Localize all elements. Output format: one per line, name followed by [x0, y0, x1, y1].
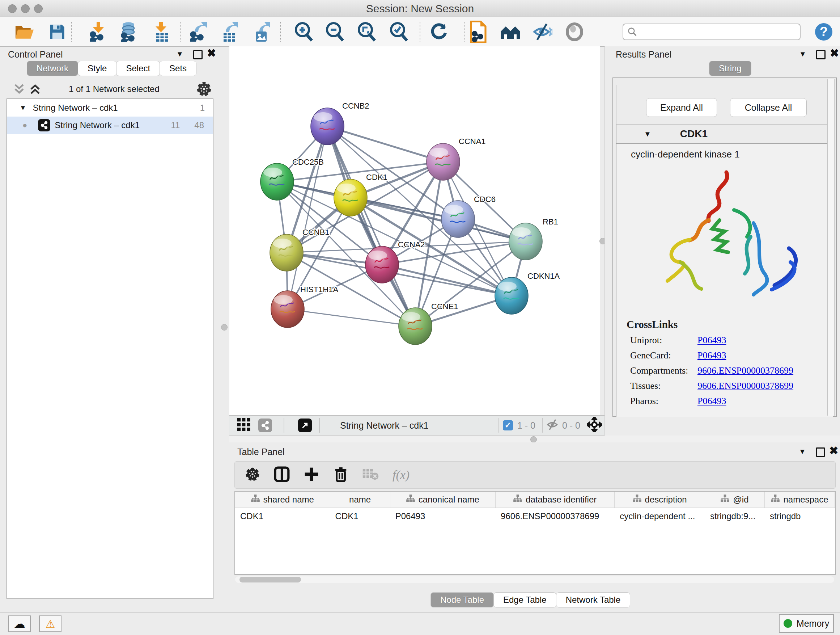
- table-horizontal-scrollbar[interactable]: [235, 576, 834, 583]
- results-panel-float-icon[interactable]: [816, 50, 826, 61]
- crosslink-value-link[interactable]: P06493: [698, 350, 726, 361]
- import-table-icon[interactable]: [152, 22, 172, 42]
- tab-network[interactable]: Network: [27, 61, 78, 76]
- node-ccnb1[interactable]: [270, 234, 303, 271]
- help-icon[interactable]: ?: [814, 22, 833, 41]
- network-graph[interactable]: CCNB2CCNA1CDC25BCDK1CDC6RB1CCNB1CCNA2CDK…: [229, 46, 600, 415]
- import-network-from-database-icon[interactable]: [118, 22, 139, 42]
- export-network-icon[interactable]: [189, 22, 209, 42]
- cloud-button[interactable]: ☁: [8, 616, 31, 632]
- node-ccna2[interactable]: [365, 246, 399, 283]
- gene-collapse-icon[interactable]: ▼: [644, 130, 651, 138]
- gene-card-header[interactable]: ▼ CDK1: [616, 125, 833, 144]
- collapse-all-networks-icon[interactable]: [29, 83, 41, 96]
- show-eye-icon[interactable]: [565, 22, 584, 41]
- table-panel-collapse-icon[interactable]: ▼: [799, 448, 806, 456]
- zoom-out-icon[interactable]: [325, 22, 345, 42]
- results-panel-collapse-icon[interactable]: ▼: [799, 50, 806, 58]
- selected-checkbox-icon[interactable]: ✓: [503, 420, 513, 431]
- pan-crosshair-icon[interactable]: [587, 417, 602, 434]
- edge-hist1h1a-ccne1[interactable]: [287, 309, 415, 326]
- table-cell[interactable]: CDK1: [330, 508, 390, 524]
- tab-sets[interactable]: Sets: [159, 61, 196, 76]
- table-panel-close-icon[interactable]: ✖: [829, 445, 838, 456]
- results-panel-close-icon[interactable]: ✖: [830, 48, 839, 59]
- column-header-canonicalname[interactable]: canonical name: [390, 492, 496, 508]
- tab-network-table[interactable]: Network Table: [556, 592, 630, 608]
- table-cell[interactable]: CDK1: [235, 508, 330, 524]
- expand-all-networks-icon[interactable]: [13, 83, 25, 96]
- network-overview-houses-icon[interactable]: [499, 23, 522, 41]
- hide-panel-eye-slash-icon[interactable]: [532, 22, 553, 41]
- tab-select[interactable]: Select: [116, 61, 160, 76]
- node-cdkn1a[interactable]: [495, 277, 528, 314]
- table-options-gear-icon[interactable]: [245, 467, 260, 483]
- view-share-toggle-icon[interactable]: [258, 418, 272, 432]
- network-canvas[interactable]: CCNB2CCNA1CDC25BCDK1CDC6RB1CCNB1CCNA2CDK…: [229, 46, 600, 415]
- add-column-icon[interactable]: [303, 466, 319, 484]
- network-collection-row[interactable]: ▼ String Network – cdk1 1: [7, 99, 213, 117]
- expand-all-button[interactable]: Expand All: [646, 98, 717, 117]
- zoom-selected-icon[interactable]: [389, 22, 409, 42]
- node-cdc25b[interactable]: [261, 163, 294, 200]
- memory-button[interactable]: Memory: [779, 614, 834, 633]
- node-rb1[interactable]: [509, 223, 542, 260]
- node-ccna1[interactable]: [426, 143, 460, 180]
- column-header-description[interactable]: description: [615, 492, 705, 508]
- open-session-icon[interactable]: [14, 24, 35, 40]
- control-panel-float-icon[interactable]: [193, 50, 202, 61]
- results-vertical-scrollbar[interactable]: [827, 79, 835, 416]
- birdseye-grid-icon[interactable]: [237, 418, 250, 432]
- scrollbar-thumb[interactable]: [240, 577, 301, 583]
- column-header-id[interactable]: @id: [705, 492, 765, 508]
- node-cdc6[interactable]: [441, 201, 475, 238]
- column-header-namespace[interactable]: namespace: [765, 492, 835, 508]
- edge-ccna2-cdkn1a[interactable]: [382, 264, 512, 296]
- node-ccnb2[interactable]: [311, 108, 344, 145]
- node-cdk1[interactable]: [334, 179, 367, 216]
- table-panel-float-icon[interactable]: [816, 448, 825, 458]
- refresh-icon[interactable]: [429, 22, 449, 42]
- control-panel-collapse-icon[interactable]: ▼: [176, 50, 183, 58]
- column-header-sharedname[interactable]: shared name: [235, 492, 330, 508]
- delete-column-trash-icon[interactable]: [333, 466, 348, 484]
- network-options-gear-icon[interactable]: [196, 81, 212, 98]
- control-panel-close-icon[interactable]: ✖: [207, 48, 216, 59]
- crosslink-value-link[interactable]: 9606.ENSP00000378699: [698, 380, 793, 391]
- table-cell[interactable]: cyclin-dependent ...: [615, 508, 705, 524]
- left-splitter-grip[interactable]: [221, 324, 227, 331]
- tab-style[interactable]: Style: [78, 61, 117, 76]
- table-cell[interactable]: 9606.ENSP00000378699: [496, 508, 615, 524]
- edge-ccnb2-ccne1[interactable]: [327, 126, 415, 326]
- collapse-all-button[interactable]: Collapse All: [730, 98, 807, 117]
- import-network-icon[interactable]: [89, 22, 109, 42]
- edge-ccnb2-hist1h1a[interactable]: [287, 126, 327, 309]
- table-cell[interactable]: stringdb:9...: [705, 508, 765, 524]
- string-import-icon[interactable]: [468, 21, 488, 43]
- save-session-icon[interactable]: [49, 23, 66, 41]
- warnings-button[interactable]: ⚠: [39, 616, 62, 632]
- crosslink-value-link[interactable]: P06493: [698, 396, 726, 407]
- crosslink-value-link[interactable]: P06493: [698, 335, 726, 346]
- network-row[interactable]: ● String Network – cdk1 11 48: [7, 117, 213, 134]
- export-table-icon[interactable]: [221, 22, 240, 42]
- edge-ccnb2-ccna1[interactable]: [327, 126, 443, 162]
- export-image-icon[interactable]: [253, 22, 272, 42]
- zoom-in-icon[interactable]: [294, 22, 314, 42]
- tab-edge-table[interactable]: Edge Table: [493, 592, 556, 608]
- node-ccne1[interactable]: [399, 308, 432, 345]
- crosslink-value-link[interactable]: 9606.ENSP00000378699: [698, 365, 793, 376]
- column-header-name[interactable]: name: [330, 492, 390, 508]
- tab-node-table[interactable]: Node Table: [431, 592, 494, 608]
- table-cell[interactable]: stringdb: [765, 508, 835, 524]
- zoom-fit-icon[interactable]: [357, 22, 377, 42]
- search-input[interactable]: [622, 24, 801, 40]
- horizontal-splitter-grip[interactable]: [531, 436, 537, 443]
- node-hist1h1a[interactable]: [271, 291, 304, 328]
- tab-string[interactable]: String: [709, 61, 752, 76]
- column-header-databaseidentifier[interactable]: database identifier: [496, 492, 615, 508]
- detach-view-icon[interactable]: [298, 418, 312, 432]
- table-cell[interactable]: P06493: [390, 508, 496, 524]
- collection-expand-icon[interactable]: ▼: [19, 104, 27, 112]
- show-columns-icon[interactable]: [274, 466, 290, 484]
